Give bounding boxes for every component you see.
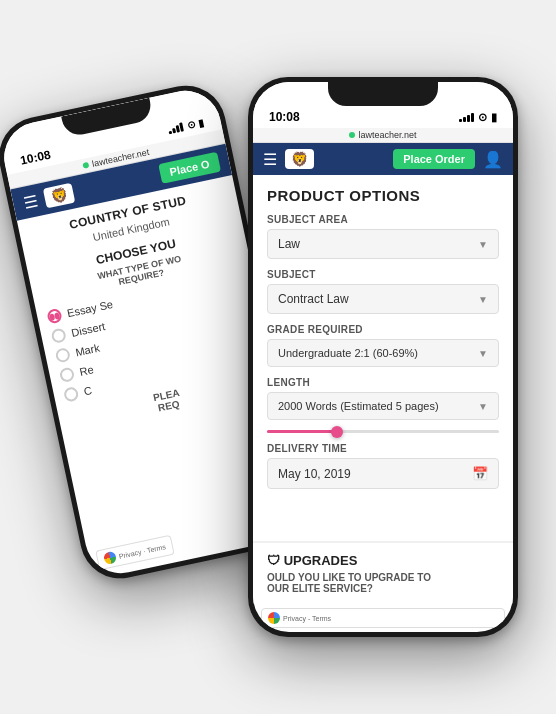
length-slider-track xyxy=(267,430,499,433)
front-status-icons: ⊙ ▮ xyxy=(459,111,497,124)
subject-value: Contract Law xyxy=(278,292,349,306)
front-user-icon[interactable]: 👤 xyxy=(483,150,503,169)
upgrades-section: 🛡 UPGRADES OULD YOU LIKE TO UPGRADE TO O… xyxy=(253,541,513,604)
front-url-text: lawteacher.net xyxy=(358,130,416,140)
back-battery-icon: ▮ xyxy=(197,116,205,128)
radio-label-0: Essay Se xyxy=(66,298,114,319)
subject-area-chevron-icon: ▼ xyxy=(478,239,488,250)
length-slider-thumb[interactable] xyxy=(331,426,343,438)
back-signal-icon xyxy=(167,122,184,134)
phone-front-screen: 10:08 ⊙ ▮ lawteacher.net xyxy=(253,82,513,632)
upgrades-title: 🛡 UPGRADES xyxy=(267,553,499,568)
back-wifi-icon: ⊙ xyxy=(186,118,196,130)
delivery-date-field[interactable]: May 10, 2019 📅 xyxy=(267,458,499,489)
radio-label-4: C xyxy=(83,384,93,397)
product-options-title: PRODUCT OPTIONS xyxy=(267,187,499,204)
front-lion-icon: 🦁 xyxy=(291,151,308,167)
phone-front-notch xyxy=(328,82,438,106)
radio-label-3: Re xyxy=(78,363,94,378)
front-main-content: PRODUCT OPTIONS SUBJECT AREA Law ▼ SUBJE… xyxy=(253,175,513,541)
front-hamburger-icon[interactable]: ☰ xyxy=(263,150,277,169)
front-battery-icon: ▮ xyxy=(491,111,497,124)
delivery-date-value: May 10, 2019 xyxy=(278,467,351,481)
calendar-icon: 📅 xyxy=(472,466,488,481)
back-lion-icon: 🦁 xyxy=(49,186,69,205)
back-recaptcha-badge: Privacy · Terms xyxy=(95,535,174,571)
radio-circle-2 xyxy=(55,347,72,364)
upgrades-subtitle: OULD YOU LIKE TO UPGRADE TO OUR ELITE SE… xyxy=(267,572,499,594)
front-logo: 🦁 xyxy=(285,149,314,169)
back-lock-icon xyxy=(83,162,90,169)
grade-chevron-icon: ▼ xyxy=(478,348,488,359)
grade-label: GRADE REQUIRED xyxy=(267,324,499,335)
front-recaptcha-text: Privacy - Terms xyxy=(283,615,331,622)
radio-circle-0 xyxy=(46,308,63,325)
back-recaptcha-text: Privacy · Terms xyxy=(118,543,166,560)
length-slider-container xyxy=(267,430,499,433)
upgrades-title-text: 🛡 xyxy=(267,553,284,568)
subject-label: SUBJECT xyxy=(267,269,499,280)
back-status-icons: ⊙ ▮ xyxy=(167,116,205,134)
phone-front: 10:08 ⊙ ▮ lawteacher.net xyxy=(248,77,518,637)
front-place-order-button[interactable]: Place Order xyxy=(393,149,475,169)
radio-label-2: Mark xyxy=(74,342,100,359)
back-logo: 🦁 xyxy=(43,183,76,209)
back-hamburger-icon[interactable]: ☰ xyxy=(21,191,39,212)
radio-circle-1 xyxy=(50,327,67,344)
front-url-bar: lawteacher.net xyxy=(253,128,513,143)
front-recaptcha-logo-icon xyxy=(268,612,280,624)
grade-select[interactable]: Undergraduate 2:1 (60-69%) ▼ xyxy=(267,339,499,367)
front-navbar: ☰ 🦁 Place Order 👤 xyxy=(253,143,513,175)
radio-circle-3 xyxy=(59,367,76,384)
front-recaptcha-badge: Privacy - Terms xyxy=(261,608,505,628)
front-signal-icon xyxy=(459,113,474,122)
back-content: COUNTRY OF STUD United Kingdom CHOOSE YO… xyxy=(17,175,279,442)
length-label: LENGTH xyxy=(267,377,499,388)
scene: 10:08 ⊙ ▮ lawteacher.net xyxy=(18,17,538,697)
back-time: 10:08 xyxy=(19,148,52,168)
radio-label-1: Dissert xyxy=(70,320,106,339)
length-value: 2000 Words (Estimated 5 pages) xyxy=(278,400,439,412)
recaptcha-logo-icon xyxy=(103,551,117,565)
front-time: 10:08 xyxy=(269,110,300,124)
front-lock-icon xyxy=(349,132,355,138)
length-select[interactable]: 2000 Words (Estimated 5 pages) ▼ xyxy=(267,392,499,420)
subject-area-label: SUBJECT AREA xyxy=(267,214,499,225)
length-chevron-icon: ▼ xyxy=(478,401,488,412)
subject-area-value: Law xyxy=(278,237,300,251)
subject-area-select[interactable]: Law ▼ xyxy=(267,229,499,259)
subject-chevron-icon: ▼ xyxy=(478,294,488,305)
subject-select[interactable]: Contract Law ▼ xyxy=(267,284,499,314)
grade-value: Undergraduate 2:1 (60-69%) xyxy=(278,347,418,359)
front-wifi-icon: ⊙ xyxy=(478,111,487,124)
radio-circle-4 xyxy=(63,386,80,403)
length-slider-fill xyxy=(267,430,337,433)
delivery-label: DELIVERY TIME xyxy=(267,443,499,454)
